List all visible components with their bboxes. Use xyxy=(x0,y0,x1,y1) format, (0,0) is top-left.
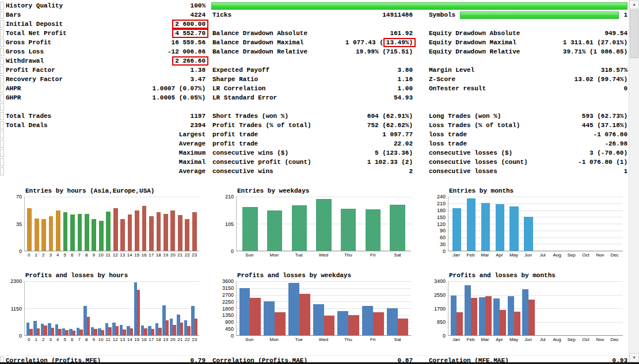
table-row: Withdrawal2 266.60 xyxy=(0,56,629,66)
stat-label: Equity Drawdown Maximal xyxy=(429,39,516,46)
y-tick-label: 0 xyxy=(443,334,446,339)
bar-slot xyxy=(564,197,579,251)
stat-value: 3.80 xyxy=(398,67,413,74)
stat-cell-3: consecutive losses ($)3 (-70.60) xyxy=(415,148,629,158)
stat-label: consecutive wins xyxy=(212,168,273,175)
bar-slot xyxy=(90,281,97,335)
x-tick-label: Sep xyxy=(564,251,579,259)
y-tick-label: 2550 xyxy=(434,292,446,297)
scroll-down-button[interactable]: ▼ xyxy=(629,353,639,362)
plot-area xyxy=(24,281,199,336)
x-tick-label: 21 xyxy=(177,251,184,259)
x-tick-label: Tue xyxy=(287,336,311,344)
stat-cell-3: Z-Score13.02 (99.74%) xyxy=(415,75,629,84)
table-row: Maximumconsecutive wins ($)5 (123.36)con… xyxy=(0,148,629,158)
y-axis: 70350 xyxy=(9,197,24,251)
plot-area xyxy=(236,197,411,251)
bars-layer xyxy=(25,197,199,251)
x-tick-label: 23 xyxy=(191,336,199,344)
bar-slot xyxy=(155,281,162,335)
x-tick-label: May xyxy=(507,336,521,344)
bar-slot xyxy=(26,281,33,335)
stat-cell-1: Profit Factor1.38 xyxy=(4,66,207,75)
bar-slot xyxy=(69,281,76,335)
x-tick-label: Sun xyxy=(237,336,262,344)
stats-table: History Quality100%Bars4224Ticks14911486… xyxy=(0,1,629,176)
bar xyxy=(242,207,257,251)
profit-bar xyxy=(522,289,528,335)
bar-slot xyxy=(184,281,191,335)
report-panel: History Quality100%Bars4224Ticks14911486… xyxy=(0,0,629,364)
table-row: Initial Deposit2 600.00 xyxy=(0,20,629,29)
y-tick-label: 1150 xyxy=(11,306,22,311)
y-axis: 2402101801501209060300 xyxy=(433,197,448,251)
bar xyxy=(27,208,32,251)
loss-bar xyxy=(180,323,183,335)
x-axis-spacer xyxy=(221,336,236,344)
stat-label: profit trade xyxy=(212,140,258,147)
scroll-up-button[interactable]: ▲ xyxy=(629,0,639,9)
row-gutter xyxy=(0,158,4,166)
charts-section: Entries by hours (Asia,Europe,USA)703500… xyxy=(0,187,629,344)
bar-slot xyxy=(579,197,593,251)
stat-value: 1 102.33 (2) xyxy=(367,159,413,166)
x-axis-spacer xyxy=(433,251,448,259)
bar-slot xyxy=(191,281,197,335)
table-row: Profit Factor1.38Expected Payoff3.80Marg… xyxy=(0,66,629,75)
stat-value: 1.38 xyxy=(191,67,206,74)
bar-slot xyxy=(507,197,522,251)
x-tick-label: 7 xyxy=(76,336,83,344)
stat-label: consecutive profit (count) xyxy=(212,159,311,166)
chart-body: 2402101801501209060300 xyxy=(433,197,623,251)
bar-slot xyxy=(76,281,83,335)
table-row: History Quality100% xyxy=(0,1,629,10)
symbols-quality-bar xyxy=(460,12,619,19)
bar xyxy=(106,212,111,251)
stat-value: 5 (123.36) xyxy=(375,150,413,156)
loss-bar xyxy=(173,325,176,335)
bar-slot xyxy=(105,197,112,251)
stat-value: 3.47 xyxy=(191,76,206,83)
bar xyxy=(509,206,518,251)
vertical-scrollbar[interactable]: ▲ ▼ xyxy=(629,0,639,364)
stat-label: Symbols xyxy=(429,12,455,18)
x-tick-label: 17 xyxy=(148,251,155,259)
bar xyxy=(341,209,356,251)
bar-slot xyxy=(191,197,197,251)
row-gutter xyxy=(0,167,4,175)
loss-bar xyxy=(514,312,520,335)
stat-value: 445 (37.18%) xyxy=(582,122,627,129)
stat-value: 318.57% xyxy=(601,67,627,74)
scrollbar-thumb[interactable] xyxy=(630,10,638,58)
y-tick-label: 0 xyxy=(231,334,234,339)
stat-value: 0 xyxy=(623,85,627,92)
stat-cell-1: AHPR1.0007 (0.07%) xyxy=(4,84,207,93)
charts-row-2: Profits and losses by hours2300115000123… xyxy=(0,272,629,344)
x-tick-label: Thu xyxy=(336,336,360,344)
loss-bar xyxy=(299,294,310,335)
chart-body: 2101050 xyxy=(221,197,411,251)
stat-value: 161.92 xyxy=(390,30,413,37)
profit-bar xyxy=(239,288,250,335)
stat-cell-1: Initial Deposit2 600.00 xyxy=(4,20,207,29)
stat-label: Equity Drawdown Absolute xyxy=(429,30,520,37)
chart-body: 3400255017008500 xyxy=(433,281,623,336)
bar-slot xyxy=(40,197,47,251)
row-gutter xyxy=(0,48,4,56)
stat-cell-1: Maximum xyxy=(4,148,207,158)
stat-value: 13.02 (99.74%) xyxy=(575,76,627,83)
plot-area xyxy=(236,281,411,336)
x-tick-label: Thu xyxy=(336,251,360,259)
x-labels: 01234567891011121314151617181920212223 xyxy=(24,251,199,259)
stat-value: -26.98 xyxy=(604,140,627,147)
x-tick-label: 4 xyxy=(54,251,62,259)
stat-cell-1: Total Net Profit4 552.70 xyxy=(4,29,207,38)
stat-cell-2: Balance Drawdown Relative19.99% (715.51) xyxy=(207,47,415,56)
bar-slot xyxy=(126,197,133,251)
x-tick-label: Mon xyxy=(262,336,287,344)
row-gutter xyxy=(0,140,4,148)
x-tick-label: Sat xyxy=(385,251,410,259)
bar-slot xyxy=(33,281,40,335)
loss-bar xyxy=(373,312,384,335)
stat-label: Gross Loss xyxy=(6,48,44,55)
